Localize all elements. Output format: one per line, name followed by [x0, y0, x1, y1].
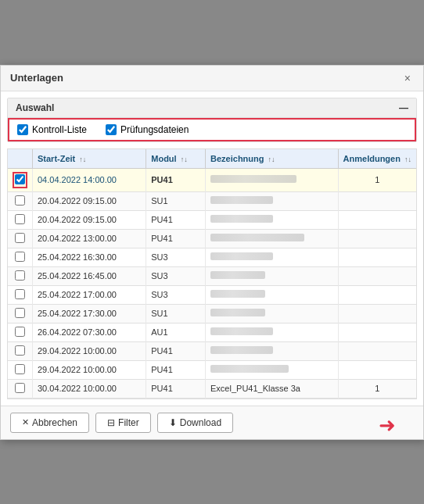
sort-icon-anmeldungen: ↑↓ [404, 155, 411, 163]
row-checkbox-input[interactable] [15, 308, 25, 318]
th-start-zeit[interactable]: Start-Zeit ↑↓ [33, 149, 146, 169]
table-row: 25.04.2022 16:30.00SU3 [8, 248, 416, 266]
cell-anmeldungen [338, 323, 416, 341]
cell-datetime: 25.04.2022 16:30.00 [33, 248, 146, 266]
row-checkbox-input[interactable] [15, 383, 25, 393]
cell-anmeldungen [338, 266, 416, 285]
cancel-button[interactable]: ✕ Abbrechen [10, 413, 89, 433]
cell-modul: AU1 [146, 323, 206, 341]
row-checkbox-input[interactable] [15, 174, 25, 184]
blurred-bezeichnung [210, 215, 273, 223]
checkbox-row: Kontroll-Liste Prüfungsdateien [17, 124, 407, 135]
row-checkbox-input[interactable] [15, 327, 25, 337]
sort-icon-bezeichnung: ↑↓ [268, 155, 275, 163]
table-row: 20.04.2022 09:15.00PU41 [8, 210, 416, 229]
cell-datetime: 25.04.2022 16:45.00 [33, 266, 146, 285]
download-label: Download [180, 417, 221, 428]
dialog-title: Unterlagen [10, 72, 63, 84]
cell-modul: SU1 [146, 304, 206, 323]
row-select-cell[interactable] [8, 229, 33, 248]
cell-anmeldungen: 1 [338, 379, 416, 398]
sort-icon-start-zeit: ↑↓ [79, 155, 86, 163]
cell-bezeichnung [206, 266, 339, 285]
table-row: 25.04.2022 17:00.00SU3 [8, 285, 416, 304]
table-row: 26.04.2022 07:30.00AU1 [8, 323, 416, 341]
cell-bezeichnung [206, 304, 339, 323]
filter-label: Filter [118, 417, 139, 428]
checkbox-kontroll-liste[interactable]: Kontroll-Liste [17, 124, 87, 135]
blurred-bezeichnung [210, 234, 304, 241]
row-select-cell[interactable] [8, 323, 33, 341]
row-select-cell[interactable] [8, 360, 33, 379]
data-table: Start-Zeit ↑↓ Modul ↑↓ Bezeichnung ↑↓ An… [8, 149, 416, 399]
filter-icon: ⊟ [107, 417, 115, 428]
close-button[interactable]: × [401, 72, 414, 84]
row-checkbox-input[interactable] [15, 345, 25, 356]
row-checkbox-input[interactable] [15, 233, 25, 243]
dialog-footer: ✕ Abbrechen ⊟ Filter ⬇ Download ➜ [1, 406, 423, 439]
row-select-cell[interactable] [8, 191, 33, 210]
row-select-cell[interactable] [8, 341, 33, 360]
row-checkbox-input[interactable] [15, 195, 25, 206]
cell-datetime: 29.04.2022 10:00.00 [33, 341, 146, 360]
checkbox-kontroll-liste-input[interactable] [17, 124, 28, 135]
table-row: 20.04.2022 13:00.00PU41 [8, 229, 416, 248]
auswahl-label: Auswahl [16, 102, 54, 113]
cell-bezeichnung [206, 168, 339, 191]
cell-modul: SU3 [146, 266, 206, 285]
cell-bezeichnung [206, 341, 339, 360]
row-checkbox-input[interactable] [15, 252, 25, 262]
download-button[interactable]: ⬇ Download [157, 413, 233, 433]
blurred-bezeichnung [210, 196, 273, 204]
auswahl-content: Kontroll-Liste Prüfungsdateien [8, 118, 416, 141]
table-row: 29.04.2022 10:00.00PU41 [8, 341, 416, 360]
download-icon: ⬇ [169, 417, 177, 428]
cell-datetime: 20.04.2022 13:00.00 [33, 229, 146, 248]
row-checkbox-input[interactable] [15, 270, 25, 281]
row-checkbox-input[interactable] [15, 289, 25, 299]
cell-bezeichnung [206, 360, 339, 379]
cell-anmeldungen [338, 304, 416, 323]
auswahl-header: Auswahl — [8, 98, 416, 118]
cell-modul: SU3 [146, 248, 206, 266]
row-checkbox-input[interactable] [15, 214, 25, 224]
blurred-bezeichnung [210, 290, 265, 298]
cell-anmeldungen [338, 341, 416, 360]
cell-datetime: 04.04.2022 14:00.00 [33, 168, 146, 191]
cell-bezeichnung [206, 191, 339, 210]
cell-anmeldungen [338, 360, 416, 379]
th-anmeldungen[interactable]: Anmeldungen ↑↓ [338, 149, 416, 169]
th-modul[interactable]: Modul ↑↓ [146, 149, 206, 169]
cell-modul: PU41 [146, 360, 206, 379]
checkbox-pruefungsdateien-input[interactable] [106, 124, 117, 135]
cell-anmeldungen [338, 210, 416, 229]
checkbox-kontroll-liste-label: Kontroll-Liste [32, 124, 87, 135]
cell-modul: PU41 [146, 341, 206, 360]
cell-bezeichnung [206, 210, 339, 229]
cell-datetime: 26.04.2022 07:30.00 [33, 323, 146, 341]
blurred-bezeichnung [210, 365, 289, 373]
blurred-bezeichnung [210, 252, 273, 260]
th-bezeichnung[interactable]: Bezeichnung ↑↓ [206, 149, 339, 169]
row-select-cell[interactable] [8, 210, 33, 229]
row-select-cell[interactable] [8, 379, 33, 398]
cell-modul: PU41 [146, 379, 206, 398]
blurred-bezeichnung [210, 175, 296, 183]
checkbox-pruefungsdateien[interactable]: Prüfungsdateien [106, 124, 189, 135]
cancel-label: Abbrechen [32, 417, 77, 428]
row-select-cell[interactable] [8, 266, 33, 285]
checkbox-pruefungsdateien-label: Prüfungsdateien [120, 124, 189, 135]
blurred-bezeichnung [210, 346, 273, 354]
table-row: 25.04.2022 17:30.00SU1 [8, 304, 416, 323]
row-select-cell[interactable] [8, 168, 33, 191]
filter-button[interactable]: ⊟ Filter [95, 413, 151, 433]
cell-bezeichnung [206, 323, 339, 341]
row-select-cell[interactable] [8, 304, 33, 323]
collapse-icon[interactable]: — [399, 102, 408, 113]
row-select-cell[interactable] [8, 285, 33, 304]
row-select-cell[interactable] [8, 248, 33, 266]
cell-datetime: 20.04.2022 09:15.00 [33, 191, 146, 210]
sort-icon-modul: ↑↓ [181, 155, 188, 163]
row-checkbox-input[interactable] [15, 364, 25, 374]
cell-datetime: 25.04.2022 17:00.00 [33, 285, 146, 304]
